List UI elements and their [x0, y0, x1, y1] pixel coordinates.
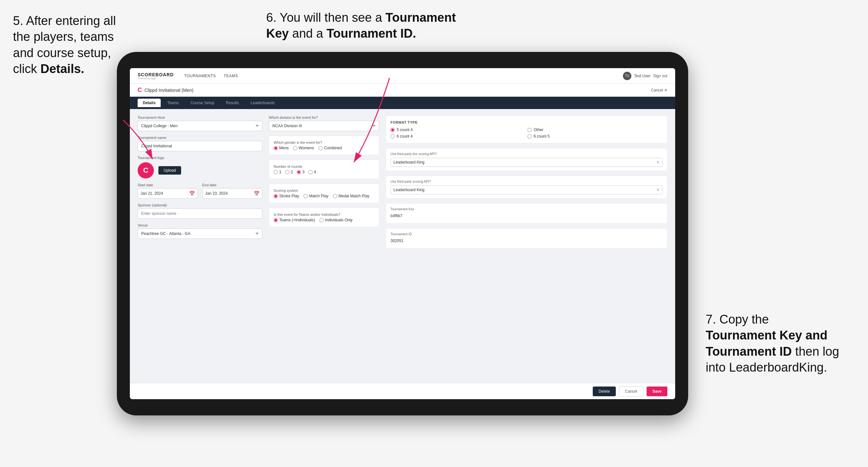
format-6count5[interactable]: 6 count 5: [527, 134, 662, 138]
format-type-label: Format type: [391, 120, 662, 124]
gender-combined[interactable]: Combined: [318, 146, 342, 150]
scoring-stroke[interactable]: Stroke Play: [274, 194, 299, 198]
date-row: Start date 📅 End date 📅: [137, 183, 262, 198]
sub-header-logo: C: [137, 87, 142, 93]
sponsor-label: Sponsor (optional): [137, 203, 262, 207]
annotation-bottom-right: 7. Copy the Tournament Key and Tournamen…: [706, 312, 842, 376]
sub-header-title: C Clippd Invitational (Men): [137, 87, 193, 93]
start-date-input-wrap[interactable]: 📅: [137, 188, 198, 198]
tab-results[interactable]: Results: [221, 99, 244, 107]
venue-label: Venue: [137, 223, 262, 227]
tablet-screen: SCOREBOARD Powered by clippd TOURNAMENTS…: [130, 68, 675, 399]
start-date-input[interactable]: [141, 191, 189, 196]
user-avatar: TU: [623, 72, 631, 80]
save-button[interactable]: Save: [647, 386, 668, 396]
tournament-id-section: Tournament ID 302051: [385, 228, 668, 249]
tab-leaderboards[interactable]: Leaderboards: [245, 99, 280, 107]
api2-label: Use third-party scoring API?: [391, 180, 662, 183]
scoring-medal-match[interactable]: Medal Match Play: [333, 194, 369, 198]
end-date-input-wrap[interactable]: 📅: [202, 188, 262, 198]
format-5count4[interactable]: 5 count 4: [391, 128, 526, 132]
round-4[interactable]: 4: [308, 170, 316, 174]
end-date-calendar-icon: 📅: [254, 191, 259, 196]
tournament-name-input[interactable]: [137, 141, 262, 151]
tournament-name-group: Tournament name: [137, 136, 262, 151]
rounds-radio-group: 1 2 3 4: [274, 170, 374, 174]
nav-tournaments[interactable]: TOURNAMENTS: [184, 74, 216, 78]
tournament-host-select[interactable]: Clippd College - Men: [137, 121, 262, 131]
api2-section: Use third-party scoring API? ✕: [385, 176, 668, 198]
middle-column: Which division is the event for? NCAA Di…: [269, 116, 379, 376]
gender-womens[interactable]: Womens: [293, 146, 314, 150]
start-date-label: Start date: [137, 183, 198, 187]
venue-select[interactable]: Peachtree GC - Atlanta - GA: [137, 228, 262, 239]
cancel-link[interactable]: Cancel ✕: [651, 88, 668, 93]
tournament-logo-label: Tournament logo: [137, 156, 262, 160]
end-date-field: End date 📅: [202, 183, 262, 198]
api2-clear-icon[interactable]: ✕: [656, 188, 660, 192]
gender-label: Which gender is the event for?: [274, 141, 374, 145]
tournament-key-section: Tournament Key b4f6b7: [385, 203, 668, 224]
tab-course-setup[interactable]: Course Setup: [185, 99, 219, 107]
scoring-label: Scoring system: [274, 189, 374, 192]
api1-input-wrap: ✕: [391, 158, 662, 167]
tabs-bar: Details Teams Course Setup Results Leade…: [130, 97, 675, 109]
tournament-key-label: Tournament Key: [391, 207, 662, 211]
sub-header: C Clippd Invitational (Men) Cancel ✕: [130, 84, 675, 97]
teams-label: Is this event for Teams and/or Individua…: [274, 213, 374, 216]
left-column: Tournament Host Clippd College - Men Tou…: [137, 116, 262, 376]
round-3[interactable]: 3: [297, 170, 305, 174]
logo-sub: Powered by clippd: [137, 77, 174, 80]
sign-out-link[interactable]: Sign out: [653, 74, 668, 78]
division-select[interactable]: NCAA Division III: [269, 121, 379, 131]
gender-mens[interactable]: Mens: [274, 146, 288, 150]
round-2[interactable]: 2: [285, 170, 293, 174]
delete-button[interactable]: Delete: [593, 386, 616, 396]
upload-button[interactable]: Upload: [158, 166, 181, 175]
tab-teams[interactable]: Teams: [162, 99, 184, 107]
logo-area: SCOREBOARD Powered by clippd: [137, 72, 174, 80]
api1-label: Use third-party live scoring API?: [391, 152, 662, 156]
start-date-field: Start date 📅: [137, 183, 198, 198]
nav-right: TU Test User Sign out: [623, 72, 668, 80]
rounds-label: Number of rounds: [274, 164, 374, 168]
format-6count4[interactable]: 6 count 4: [391, 134, 526, 138]
format-type-section: Format type 5 count 4 Other 6 count 4: [385, 116, 668, 144]
right-column: Format type 5 count 4 Other 6 count 4: [385, 116, 668, 376]
gender-group: Which gender is the event for? Mens Wome…: [269, 136, 379, 155]
tournament-host-label: Tournament Host: [137, 116, 262, 119]
tab-details[interactable]: Details: [137, 99, 161, 107]
cancel-button[interactable]: Cancel: [619, 386, 643, 397]
tournament-name-label: Tournament name: [137, 136, 262, 139]
tournament-logo-group: Tournament logo C Upload: [137, 156, 262, 179]
end-date-label: End date: [202, 183, 262, 187]
top-nav: SCOREBOARD Powered by clippd TOURNAMENTS…: [130, 68, 675, 84]
sponsor-input[interactable]: [137, 208, 262, 219]
round-1[interactable]: 1: [274, 170, 281, 174]
api1-input[interactable]: [394, 160, 656, 164]
tournament-key-value: b4f6b7: [391, 212, 662, 219]
teams-plus-individuals[interactable]: Teams (+Individuals): [274, 218, 315, 222]
end-date-input[interactable]: [205, 191, 254, 196]
format-other[interactable]: Other: [527, 128, 662, 132]
format-options-group: 5 count 4 Other 6 count 4 6 count 5: [391, 128, 662, 138]
division-label: Which division is the event for?: [269, 116, 379, 119]
rounds-group: Number of rounds 1 2 3 4: [269, 160, 379, 179]
teams-radio-group: Teams (+Individuals) Individuals Only: [274, 218, 374, 222]
api1-section: Use third-party live scoring API? ✕: [385, 148, 668, 171]
nav-teams[interactable]: TEAMS: [224, 74, 238, 78]
api2-input[interactable]: [394, 188, 656, 192]
main-content: Tournament Host Clippd College - Men Tou…: [130, 109, 675, 383]
teams-group: Is this event for Teams and/or Individua…: [269, 208, 379, 227]
user-label: Test User: [634, 74, 651, 78]
api2-input-wrap: ✕: [391, 185, 662, 194]
api1-clear-icon[interactable]: ✕: [656, 160, 660, 164]
sponsor-group: Sponsor (optional): [137, 203, 262, 219]
tournament-host-group: Tournament Host Clippd College - Men: [137, 116, 262, 131]
scoring-match[interactable]: Match Play: [304, 194, 328, 198]
start-date-calendar-icon: 📅: [189, 191, 195, 196]
tournament-id-label: Tournament ID: [391, 232, 662, 236]
division-group: Which division is the event for? NCAA Di…: [269, 116, 379, 131]
annotation-top: 6. You will then see a Tournament Key an…: [266, 10, 461, 42]
individuals-only[interactable]: Individuals Only: [319, 218, 352, 222]
